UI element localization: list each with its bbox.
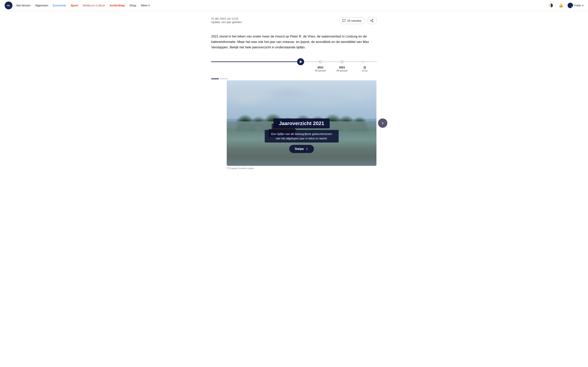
article-meta: 31 dec 2021 om 13:33 Update: een jaar ge… <box>211 17 242 24</box>
page-content: 31 dec 2021 om 13:33 Update: een jaar ge… <box>207 11 381 170</box>
site-logo[interactable]: nu. <box>5 1 12 9</box>
timeline-track[interactable] <box>211 58 377 66</box>
timeline-section: 2021 06 januari 2021 06 januari 2( 15 ja <box>211 58 377 73</box>
nav-link-media[interactable]: Media en Cultuur <box>83 4 105 7</box>
nav-links: Net binnen Algemeen Economie Sport Media… <box>16 4 547 7</box>
image-card-wrapper: Jaaroverzicht 2021 Een tijdlijn van de b… <box>227 80 376 166</box>
share-button[interactable] <box>367 17 377 24</box>
timeline-year-3: 2( <box>362 66 367 69</box>
nav-link-shop[interactable]: Shop <box>130 4 136 7</box>
nav-link-sport[interactable]: Sport <box>70 4 78 7</box>
user-menu[interactable]: Frido <box>568 3 583 8</box>
next-slide-button[interactable] <box>378 118 387 128</box>
article-date: 31 dec 2021 om 13:33 <box>211 17 242 20</box>
attribution: ©Timepath timeline maker <box>211 167 377 170</box>
svg-line-3 <box>371 21 372 21</box>
nav-meer-dropdown[interactable]: Meer <box>141 4 150 7</box>
timeline-year-2: 2021 <box>337 66 348 69</box>
timeline-dot-2[interactable] <box>341 60 343 63</box>
image-overlay: Jaaroverzicht 2021 Een tijdlijn van de b… <box>234 118 369 153</box>
timeline-play-button[interactable] <box>297 58 304 65</box>
avatar <box>568 3 573 8</box>
main-navigation: nu. Net binnen Algemeen Economie Sport M… <box>0 0 588 11</box>
notifications-button[interactable]: 🔔 <box>557 2 564 9</box>
svg-line-4 <box>371 20 372 20</box>
article-update: Update: een jaar geleden <box>211 21 242 24</box>
image-card[interactable]: Jaaroverzicht 2021 Een tijdlijn van de b… <box>227 80 376 166</box>
online-indicator <box>571 7 573 8</box>
chevron-down-icon <box>148 4 150 6</box>
action-buttons: 20 reacties <box>339 17 377 24</box>
nav-link-economie[interactable]: Economie <box>53 4 66 7</box>
scroll-bar-active <box>211 78 219 79</box>
swipe-button[interactable]: Swipe <box>289 145 314 153</box>
timeline-day-3: 15 ja <box>362 69 367 72</box>
timeline-labels: 2021 06 januari 2021 06 januari 2( 15 ja <box>211 66 377 73</box>
scroll-indicator <box>211 78 377 79</box>
timeline-label-3: 2( 15 ja <box>362 66 367 72</box>
nav-right-actions: 🌗 🔔 Frido <box>547 2 583 9</box>
svg-point-2 <box>372 21 373 22</box>
article-body: 2021 stond in het teken van onder meer d… <box>211 34 377 50</box>
article-text: 2021 stond in het teken van onder meer d… <box>211 34 377 50</box>
timeline-dot-3[interactable] <box>362 61 364 63</box>
timeline-day-2: 06 januari <box>337 69 348 72</box>
timeline-line-filled <box>211 62 304 62</box>
nav-link-achterklap[interactable]: Achterklap <box>110 4 125 7</box>
svg-point-1 <box>371 20 372 21</box>
comments-count: 20 reacties <box>347 19 362 22</box>
nav-link-algemeen[interactable]: Algemeen <box>35 4 48 7</box>
overlay-title: Jaaroverzicht 2021 <box>274 118 330 128</box>
share-icon <box>370 19 373 22</box>
timeline-dot-1[interactable] <box>319 60 322 63</box>
timeline-day-1: 06 januari <box>315 69 326 72</box>
next-icon <box>381 121 385 125</box>
chevron-down-icon <box>582 4 584 6</box>
comments-button[interactable]: 20 reacties <box>339 17 365 24</box>
scroll-bar-inactive <box>220 78 228 79</box>
timeline-label-1: 2021 06 januari <box>315 66 326 72</box>
timeline-year-1: 2021 <box>315 66 326 69</box>
timeline-label-2: 2021 06 januari <box>337 66 348 72</box>
overlay-subtitle: Een tijdlijn van de belangrijkste gebeur… <box>265 130 338 142</box>
swipe-label: Swipe <box>295 147 304 151</box>
chevron-right-icon <box>305 147 308 150</box>
username-label: Frido <box>574 4 581 7</box>
nav-link-net-binnen[interactable]: Net binnen <box>16 4 31 7</box>
theme-toggle-button[interactable]: 🌗 <box>547 2 554 9</box>
svg-point-0 <box>372 19 373 20</box>
comment-icon <box>342 19 346 22</box>
